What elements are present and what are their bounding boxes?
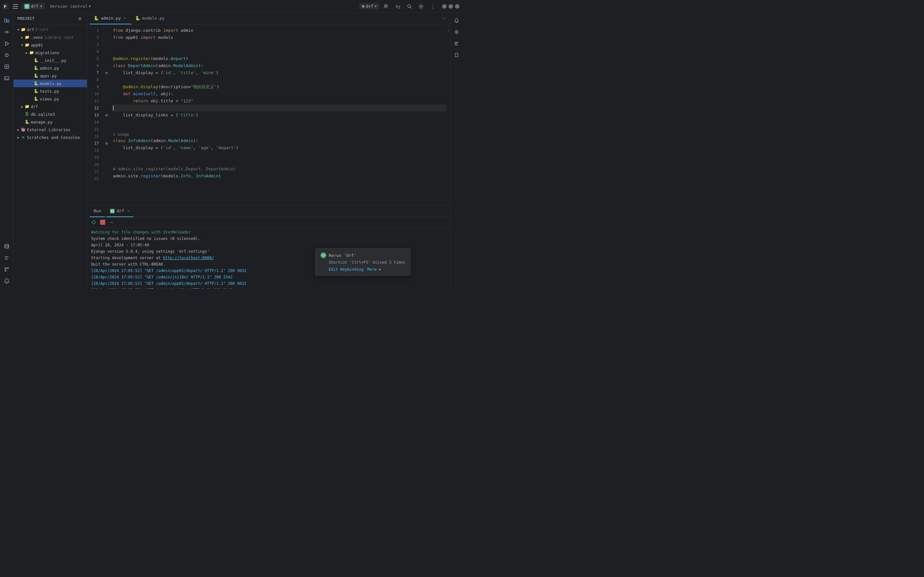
right-bookmarks-icon[interactable]	[452, 50, 462, 60]
tree-item-init[interactable]: 🐍 __init__.py	[13, 56, 87, 64]
stop-button[interactable]	[99, 218, 106, 226]
tree-label-venv-library: library root	[44, 35, 73, 40]
tree-item-admin[interactable]: 🐍 admin.py	[13, 64, 87, 72]
tab-admin-py[interactable]: 🐍 admin.py ✕	[90, 13, 131, 24]
tab-models-py[interactable]: 🐍 models.py	[131, 13, 168, 24]
right-ai-icon[interactable]	[452, 27, 462, 37]
code-line-5: @admin.register(models.Depart)	[113, 55, 447, 62]
svg-point-9	[6, 31, 8, 33]
right-notifications-icon[interactable]	[452, 15, 462, 26]
ln-3: 3	[87, 41, 99, 48]
tree-item-app01[interactable]: ▼ 📁 app01	[13, 41, 87, 49]
tree-item-scratches[interactable]: ▶ ≡ Scratches and Consoles	[13, 134, 87, 141]
gutter-3	[104, 41, 110, 48]
debug-marker-7[interactable]: ⚙	[104, 69, 109, 76]
more-actions-button[interactable]: ⋯	[108, 218, 116, 226]
tree-arrow-drf: ▼	[16, 27, 21, 32]
console-link-localhost[interactable]: http://localhost:8000/	[163, 256, 214, 260]
ln-6: 6	[87, 62, 99, 69]
code-line-2: from app01 import models	[113, 34, 447, 41]
tree-item-views[interactable]: 🐍 views.py	[13, 95, 87, 103]
ln-16: 16	[87, 133, 99, 140]
code-content[interactable]: from django.contrib import admin from ap…	[110, 24, 447, 205]
settings-icon[interactable]	[416, 2, 426, 11]
sidebar-item-commit[interactable]	[2, 27, 12, 37]
sidebar-item-database[interactable]	[2, 241, 12, 251]
code-line-7: list_display = ('id', 'title', 'mine')	[113, 69, 447, 76]
run-config-badge[interactable]: drf ▼	[360, 3, 379, 9]
tree-item-manage[interactable]: 🐍 manage.py	[13, 118, 87, 126]
version-control-button[interactable]: Version control ▼	[47, 3, 94, 9]
ln-21: 21	[87, 168, 99, 175]
sidebar-item-debug[interactable]	[2, 50, 12, 60]
tree-item-models[interactable]: 🐍 models.py	[13, 79, 87, 87]
maximize-button[interactable]: □	[448, 4, 453, 9]
sidebar-item-run[interactable]	[2, 39, 12, 49]
gutter-10	[104, 90, 110, 98]
gutter-8	[104, 76, 110, 84]
sidebar-item-project[interactable]	[2, 15, 12, 26]
notif-action-keybinding[interactable]: Edit Keybinding	[329, 267, 363, 272]
gutter-7: ⚙	[104, 69, 110, 76]
minimize-button[interactable]: —	[442, 4, 447, 9]
code-editor[interactable]: 1 2 3 4 5 6 7 8 9 10 11 12 13 14 15 16 1	[87, 24, 450, 205]
project-panel-title: Project	[17, 16, 35, 21]
menu-button[interactable]	[11, 3, 19, 10]
run-config-name: drf	[366, 4, 373, 9]
version-control-label: Version control	[50, 4, 87, 9]
notif-action-more[interactable]: More ▼	[368, 267, 381, 272]
run-badge-dj-icon: dj	[110, 209, 114, 213]
ln-14: 14	[87, 119, 99, 126]
tree-item-migrations[interactable]: ▶ 📁 migrations	[13, 49, 87, 56]
sidebar-item-notifications[interactable]	[2, 276, 12, 286]
tree-item-tests[interactable]: 🐍 tests.py	[13, 87, 87, 95]
py-icon-models: 🐍	[33, 81, 39, 86]
sidebar-item-python-console[interactable]	[2, 73, 12, 84]
project-dropdown[interactable]: dj drf ▼	[22, 3, 45, 10]
gutter-12	[104, 105, 110, 111]
gutter-14	[104, 119, 110, 126]
sidebar-item-git[interactable]	[2, 264, 12, 274]
tree-label-init: __init__.py	[40, 58, 66, 63]
ln-8: 8	[87, 76, 99, 84]
search-icon[interactable]	[405, 2, 414, 11]
tree-arrow-scratches: ▶	[16, 135, 21, 140]
bottom-tab-run[interactable]: Run	[90, 206, 105, 217]
ln-12: 12	[87, 105, 99, 111]
svg-point-16	[5, 270, 6, 271]
gutter-17: ⚙	[104, 140, 110, 147]
run-status-dot	[362, 5, 364, 8]
tab-admin-py-close[interactable]: ✕	[123, 16, 127, 21]
right-scroll-gutter: ✓	[447, 24, 450, 205]
user-collab-icon[interactable]	[382, 2, 391, 11]
tree-item-external[interactable]: ▶ 📚 External Libraries	[13, 126, 87, 134]
svg-point-6	[420, 6, 422, 7]
project-settings-icon[interactable]: ⚙	[77, 15, 83, 22]
bottom-tab-drf[interactable]: dj drf ✕	[106, 206, 133, 217]
gutter-15	[104, 126, 110, 133]
py-icon-apps: 🐍	[33, 73, 39, 78]
debug-marker-13[interactable]: ⚙	[104, 111, 109, 119]
tree-item-db[interactable]: 🗄 db.sqlite3	[13, 110, 87, 118]
code-line-10: def mine(self, obj):	[113, 90, 447, 98]
more-options-icon[interactable]: ⋮	[428, 2, 437, 11]
rerun-button[interactable]	[90, 218, 98, 226]
bottom-tab-drf-close[interactable]: ✕	[127, 209, 130, 213]
debug-marker-17[interactable]: ⚙	[104, 140, 109, 147]
close-button[interactable]: ✕	[455, 4, 460, 9]
svg-text:文: 文	[398, 5, 400, 9]
editor-tabs-more[interactable]: ⋯	[440, 16, 448, 21]
translate-icon[interactable]: A 文	[393, 2, 402, 11]
sidebar-item-todo[interactable]	[2, 253, 12, 263]
bottom-toolbar: ⋯	[87, 217, 450, 228]
tree-arrow-venv: ▶	[20, 35, 24, 39]
ln-2: 2	[87, 34, 99, 41]
tree-item-venv[interactable]: ▶ 📁 .venv library root	[13, 33, 87, 41]
tree-item-drf[interactable]: ▼ 📁 drf E:\drf	[13, 26, 87, 33]
sidebar-item-packages[interactable]	[2, 61, 12, 72]
bottom-panel: Run dj drf ✕	[87, 205, 450, 288]
tree-item-apps[interactable]: 🐍 apps.py	[13, 72, 87, 79]
tab-admin-py-label: admin.py	[101, 16, 121, 21]
tree-item-drf-sub[interactable]: ▶ 📁 drf	[13, 103, 87, 110]
right-structure-icon[interactable]	[452, 39, 462, 49]
